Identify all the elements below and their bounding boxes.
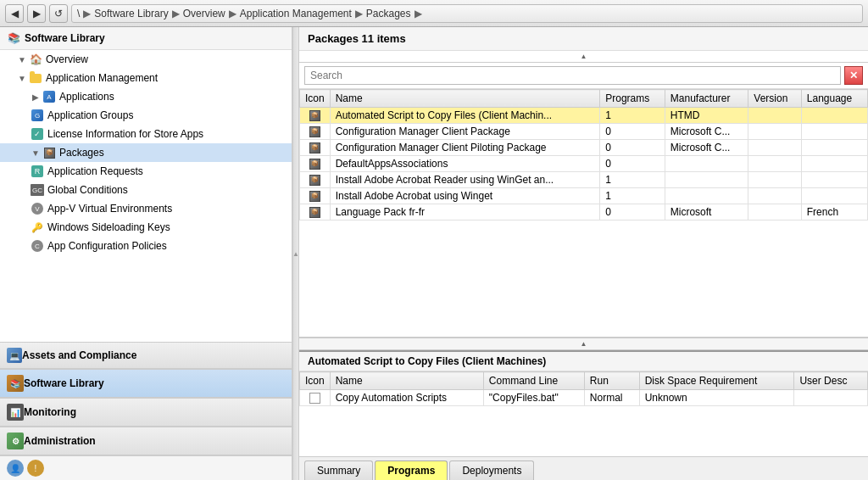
col-header-programs[interactable]: Programs — [600, 90, 665, 108]
tab-deployments[interactable]: Deployments — [449, 460, 534, 480]
sidebar-section-software-label: Software Library — [24, 377, 104, 389]
software-library-header-label: Software Library — [25, 32, 105, 44]
admin-section-icon: ⚙ — [7, 433, 24, 449]
sidebar-item-overview[interactable]: ▼ 🏠 Overview — [0, 50, 292, 69]
app-management-icon — [29, 71, 42, 85]
forward-button[interactable]: ▶ — [27, 4, 46, 23]
col-header-name[interactable]: Name — [330, 90, 600, 108]
packages-table-scroll[interactable]: Icon Name Programs Manufacturer Version … — [299, 89, 868, 337]
detail-col-header-icon: Icon — [300, 372, 331, 390]
sidebar-item-app-groups[interactable]: G Application Groups — [0, 106, 292, 125]
breadcrumb-item[interactable]: Application Management — [240, 8, 352, 20]
resize-handle[interactable] — [292, 27, 299, 480]
row-manufacturer-cell — [665, 156, 748, 172]
tab-summary[interactable]: Summary — [304, 460, 373, 480]
row-version-cell — [748, 140, 801, 156]
expand-app-management[interactable]: ▼ — [17, 73, 27, 83]
table-row[interactable]: 📦 Install Adobe Acrobat Reader using Win… — [300, 172, 868, 188]
expand-applications[interactable]: ▶ — [31, 92, 41, 102]
row-icon-cell: 📦 — [300, 140, 331, 156]
detail-row-name: Copy Automation Scripts — [330, 390, 483, 406]
col-header-manufacturer[interactable]: Manufacturer — [665, 90, 748, 108]
row-programs-cell: 0 — [600, 204, 665, 220]
search-input[interactable] — [304, 66, 841, 85]
detail-table-header-row: Icon Name Command Line Run Disk Space Re… — [300, 372, 868, 390]
sidebar-item-global-conditions[interactable]: GC Global Conditions — [0, 181, 292, 199]
breadcrumb-item[interactable]: Packages — [366, 8, 411, 20]
detail-col-header-name[interactable]: Name — [330, 372, 483, 390]
detail-table-row[interactable]: Copy Automation Scripts "CopyFiles.bat" … — [300, 390, 868, 406]
app-config-icon: C — [31, 239, 44, 253]
sidebar-item-app-management[interactable]: ▼ Application Management — [0, 69, 292, 87]
sidebar-section-administration[interactable]: ⚙ Administration — [0, 427, 292, 455]
sidebar-section-admin-label: Administration — [24, 435, 96, 447]
sidebar-section-assets[interactable]: 💻 Assets and Compliance — [0, 342, 292, 369]
row-icon-cell: 📦 — [300, 124, 331, 140]
breadcrumb-sep: ▶ — [83, 8, 91, 20]
expand-packages[interactable]: ▼ — [31, 148, 41, 158]
assets-section-icon: 💻 — [7, 348, 22, 363]
row-manufacturer-cell — [665, 188, 748, 204]
search-clear-button[interactable]: ✕ — [844, 66, 863, 85]
sidebar-item-appv[interactable]: V App-V Virtual Environments — [0, 199, 292, 218]
breadcrumb-item[interactable]: Overview — [183, 8, 225, 20]
row-version-cell — [748, 156, 801, 172]
package-row-icon: 📦 — [309, 191, 320, 202]
detail-table-scroll[interactable]: Icon Name Command Line Run Disk Space Re… — [299, 371, 868, 456]
sidebar-scroll[interactable]: 📚 Software Library ▼ 🏠 Overview ▼ Applic… — [0, 27, 292, 342]
sidebar-section-software-library[interactable]: 📚 Software Library — [0, 369, 292, 398]
detail-sort-arrow: ▲ — [299, 338, 868, 350]
table-row[interactable]: 📦 Install Adobe Acrobat using Winget 1 — [300, 188, 868, 204]
packages-table: Icon Name Programs Manufacturer Version … — [299, 89, 868, 220]
table-row[interactable]: 📦 Configuration Manager Client Piloting … — [300, 140, 868, 156]
breadcrumb-item[interactable]: Software Library — [94, 8, 168, 20]
sidebar-label-app-management: Application Management — [46, 72, 158, 84]
detail-col-header-userdesc[interactable]: User Desc — [794, 372, 868, 390]
row-language-cell — [801, 188, 867, 204]
detail-col-header-run[interactable]: Run — [584, 372, 639, 390]
detail-panel-title: Automated Script to Copy Files (Client M… — [299, 350, 868, 371]
table-row[interactable]: 📦 Language Pack fr-fr 0 Microsoft French — [300, 204, 868, 220]
sidebar-item-license-info[interactable]: ✓ License Information for Store Apps — [0, 125, 292, 143]
back-button[interactable]: ◀ — [5, 4, 24, 23]
sidebar-label-app-requests: Application Requests — [47, 165, 143, 177]
package-row-icon: 📦 — [309, 110, 320, 121]
sidebar-item-sideloading[interactable]: 🔑 Windows Sideloading Keys — [0, 218, 292, 237]
detail-col-header-disk[interactable]: Disk Space Requirement — [639, 372, 794, 390]
sidebar-label-app-config: App Configuration Policies — [47, 240, 167, 252]
refresh-button[interactable]: ↺ — [49, 4, 68, 23]
expand-overview[interactable]: ▼ — [17, 54, 27, 64]
row-programs-cell: 1 — [600, 108, 665, 124]
row-name-cell: Automated Script to Copy Files (Client M… — [330, 108, 600, 124]
row-programs-cell: 1 — [600, 188, 665, 204]
detail-col-header-cmdline[interactable]: Command Line — [483, 372, 584, 390]
sideloading-icon: 🔑 — [31, 220, 44, 234]
package-row-icon: 📦 — [309, 159, 320, 170]
sidebar-label-license: License Information for Store Apps — [47, 128, 203, 140]
row-version-cell — [748, 172, 801, 188]
row-version-cell — [748, 188, 801, 204]
sidebar-label-appv: App-V Virtual Environments — [47, 203, 172, 215]
package-row-icon: 📦 — [309, 207, 320, 218]
notification-icon[interactable]: ! — [27, 460, 44, 477]
col-header-version[interactable]: Version — [748, 90, 801, 108]
sidebar-item-packages[interactable]: ▼ 📦 Packages — [0, 143, 292, 162]
detail-row-userdesc — [794, 390, 868, 406]
col-header-language[interactable]: Language — [801, 90, 867, 108]
detail-row-cmdline: "CopyFiles.bat" — [483, 390, 584, 406]
table-row[interactable]: 📦 Automated Script to Copy Files (Client… — [300, 108, 868, 124]
sidebar-item-app-config[interactable]: C App Configuration Policies — [0, 237, 292, 255]
row-programs-cell: 0 — [600, 140, 665, 156]
tab-programs[interactable]: Programs — [375, 460, 448, 480]
table-row[interactable]: 📦 DefaultAppsAssociations 0 — [300, 156, 868, 172]
sidebar-section-monitoring[interactable]: 📊 Monitoring — [0, 398, 292, 427]
sidebar-software-library-header[interactable]: 📚 Software Library — [0, 27, 292, 50]
sidebar-label-app-groups: Application Groups — [47, 109, 133, 121]
sidebar-item-applications[interactable]: ▶ A Applications — [0, 87, 292, 106]
packages-panel: Packages 11 items ▲ ✕ Icon Name Programs… — [299, 27, 868, 338]
table-row[interactable]: 📦 Configuration Manager Client Package 0… — [300, 124, 868, 140]
row-name-cell: Configuration Manager Client Package — [330, 124, 600, 140]
sidebar-label-packages: Packages — [59, 147, 104, 159]
sidebar-item-app-requests[interactable]: R Application Requests — [0, 162, 292, 181]
software-library-section-icon: 📚 — [7, 375, 24, 392]
